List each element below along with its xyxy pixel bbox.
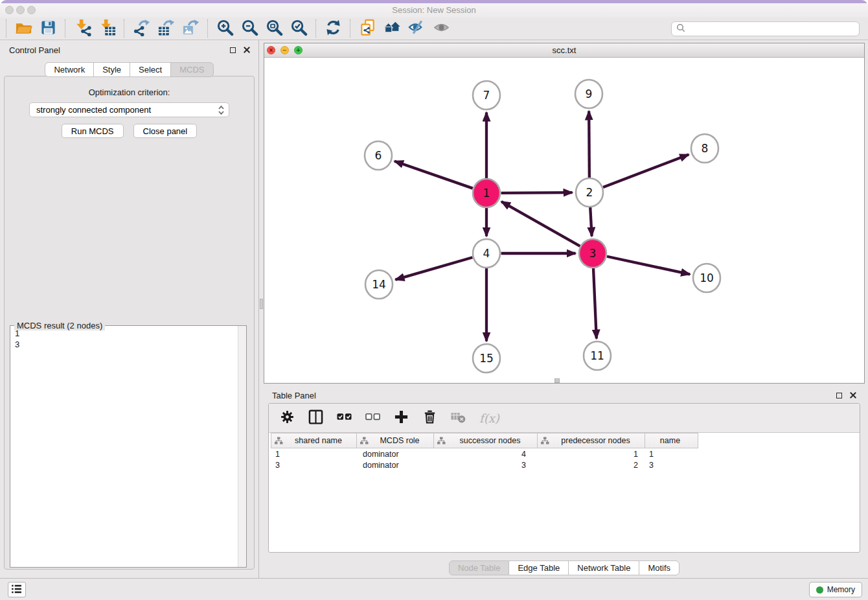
select-all-columns-button[interactable]: [337, 410, 352, 426]
graph-edge-2-9[interactable]: [589, 111, 589, 178]
export-network-button[interactable]: [131, 18, 152, 39]
column-header-successor-nodes[interactable]: successor nodes: [434, 433, 538, 448]
graph-node-9[interactable]: 9: [575, 80, 602, 108]
graph-node-8[interactable]: 8: [691, 134, 718, 163]
table-cell[interactable]: 2: [538, 461, 645, 470]
window-minimize-button[interactable]: [16, 6, 25, 14]
dropdown-stepper-icon: [217, 105, 225, 117]
memory-button[interactable]: Memory: [809, 582, 862, 597]
control-panel-float-icon[interactable]: [230, 47, 236, 53]
graph-node-10[interactable]: 10: [693, 264, 720, 292]
network-minimize-icon[interactable]: [280, 46, 289, 54]
column-header-predecessor-nodes[interactable]: predecessor nodes: [538, 433, 645, 448]
export-image-button[interactable]: [180, 18, 201, 39]
graph-node-6[interactable]: 6: [365, 141, 392, 170]
import-network-button[interactable]: [72, 18, 93, 39]
zoom-fit-button[interactable]: [264, 18, 284, 39]
network-home-button[interactable]: [382, 18, 402, 39]
canvas-splitter-grip[interactable]: [554, 378, 560, 383]
graph-node-label: 6: [375, 149, 382, 162]
save-session-button[interactable]: [38, 18, 58, 39]
tab-edge-table[interactable]: Edge Table: [508, 560, 569, 575]
delete-column-button[interactable]: [422, 410, 437, 426]
toolbar-separator: [65, 19, 65, 38]
column-header-name[interactable]: name: [645, 433, 698, 448]
graph-node-11[interactable]: 11: [584, 341, 611, 370]
tab-select[interactable]: Select: [130, 62, 171, 77]
tab-network[interactable]: Network: [45, 62, 94, 77]
graph-node-7[interactable]: 7: [473, 81, 500, 110]
window-close-button[interactable]: [5, 6, 14, 14]
result-scrollbar[interactable]: [238, 326, 246, 567]
tab-style[interactable]: Style: [93, 62, 130, 77]
run-mcds-button[interactable]: Run MCDS: [62, 124, 124, 138]
tab-network-table[interactable]: Network Table: [568, 560, 639, 575]
graph-edge-4-14[interactable]: [395, 257, 472, 279]
graph-node-4[interactable]: 4: [473, 239, 500, 268]
toolbar-separator: [124, 19, 124, 38]
table-cell[interactable]: 1: [538, 450, 645, 459]
graph-edge-2-3[interactable]: [590, 207, 591, 236]
graph-node-3[interactable]: 3: [579, 239, 606, 268]
graph-edge-3-11[interactable]: [593, 268, 597, 338]
table-row[interactable]: 3dominator323: [271, 459, 860, 470]
table-cell[interactable]: dominator: [357, 461, 434, 470]
criterion-dropdown[interactable]: strongly connected component: [29, 102, 229, 117]
deselect-all-columns-button[interactable]: [365, 410, 380, 426]
mcds-result-item[interactable]: 3: [15, 339, 233, 350]
open-session-button[interactable]: [13, 18, 34, 39]
panel-splitter-grip[interactable]: [260, 299, 263, 309]
graph-node-1[interactable]: 1: [473, 179, 500, 207]
tab-mcds[interactable]: MCDS: [170, 62, 213, 77]
graph-node-14[interactable]: 14: [365, 270, 393, 299]
table-cell[interactable]: 1: [271, 450, 357, 459]
table-cell[interactable]: 3: [271, 461, 357, 470]
tab-motifs[interactable]: Motifs: [639, 560, 680, 575]
graph-node-15[interactable]: 15: [473, 344, 500, 373]
network-maximize-icon[interactable]: [294, 46, 303, 54]
table-panel-float-icon[interactable]: [836, 393, 842, 398]
export-table-button[interactable]: [155, 18, 176, 39]
control-panel-close-icon[interactable]: [243, 46, 251, 54]
column-header-shared-name[interactable]: shared name: [271, 433, 357, 448]
column-header-mcds-role[interactable]: MCDS role: [357, 433, 434, 448]
duplicate-network-button[interactable]: [357, 18, 378, 39]
column-settings-button[interactable]: [280, 410, 295, 426]
network-close-icon[interactable]: [267, 46, 275, 54]
table-panel-close-icon[interactable]: [849, 391, 857, 399]
table-toolbar: f(x): [269, 404, 860, 433]
graph-edge-1-2[interactable]: [501, 192, 572, 193]
search-input[interactable]: [689, 24, 854, 34]
graph-edge-3-1[interactable]: [501, 202, 580, 246]
zoom-in-button[interactable]: [214, 18, 235, 39]
show-selected-button[interactable]: [431, 18, 451, 39]
network-canvas[interactable]: 1234678910111415: [264, 58, 864, 383]
application-window: Session: New Session Control Panel Netwo…: [0, 0, 868, 600]
table-cell[interactable]: 3: [434, 461, 538, 470]
split-table-button[interactable]: [308, 410, 323, 426]
close-panel-button[interactable]: Close panel: [133, 124, 198, 138]
add-column-button[interactable]: [394, 410, 409, 426]
graph-edge-2-8[interactable]: [603, 154, 689, 187]
tab-node-table[interactable]: Node Table: [449, 560, 510, 575]
apply-layout-button[interactable]: [323, 18, 343, 39]
hide-selected-button[interactable]: [406, 18, 427, 39]
task-history-button[interactable]: [8, 582, 26, 597]
network-window-titlebar: scc.txt: [264, 43, 864, 58]
table-body: 1dominator4113dominator323: [269, 448, 860, 470]
table-row[interactable]: 1dominator411: [271, 448, 860, 459]
export-network-icon: [133, 19, 150, 38]
table-cell[interactable]: 4: [434, 450, 538, 459]
zoom-selected-button[interactable]: [288, 18, 309, 39]
graph-edge-1-6[interactable]: [394, 161, 473, 189]
graph-edge-3-10[interactable]: [607, 257, 690, 275]
search-box[interactable]: [671, 21, 860, 36]
graph-node-2[interactable]: 2: [576, 178, 603, 207]
node-table-container: f(x) shared nameMCDS rolesuccessor nodes…: [268, 403, 860, 553]
window-zoom-button[interactable]: [27, 6, 36, 14]
table-cell[interactable]: dominator: [357, 450, 434, 459]
table-cell[interactable]: 3: [645, 461, 698, 470]
import-table-button[interactable]: [97, 18, 117, 39]
table-cell[interactable]: 1: [645, 450, 698, 459]
zoom-out-button[interactable]: [239, 18, 260, 39]
